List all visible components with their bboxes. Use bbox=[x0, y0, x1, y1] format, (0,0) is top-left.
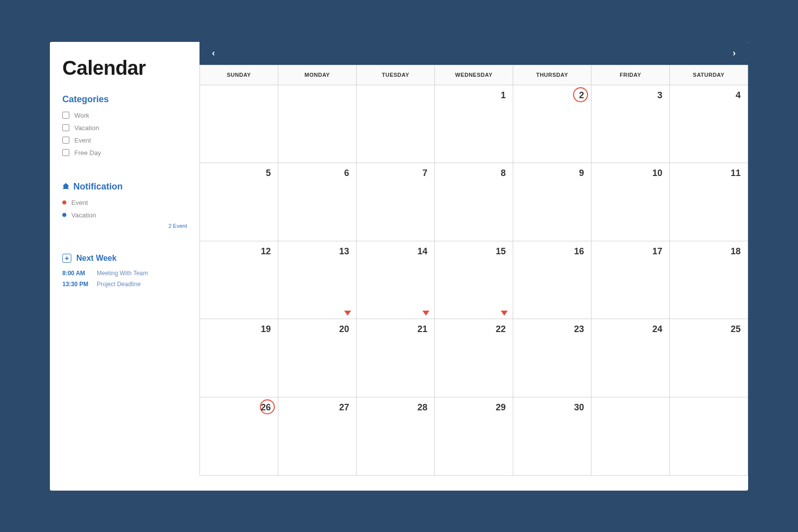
prev-month-button[interactable]: ‹ bbox=[206, 46, 220, 60]
date-number: 6 bbox=[344, 168, 349, 178]
date-number: 21 bbox=[417, 324, 427, 335]
calendar-cell[interactable]: 16 bbox=[513, 241, 592, 320]
date-number: 12 bbox=[261, 246, 271, 257]
day-header: MONDAY bbox=[278, 65, 357, 85]
day-header: SATURDAY bbox=[670, 65, 748, 85]
calendar-cell[interactable]: 2 bbox=[513, 85, 592, 164]
date-number: 14 bbox=[417, 246, 427, 257]
category-item[interactable]: Work bbox=[62, 112, 187, 119]
calendar-cell[interactable]: 12 bbox=[200, 241, 278, 320]
date-number: 17 bbox=[652, 246, 662, 257]
checkbox-icon[interactable] bbox=[62, 124, 69, 131]
date-number: 2 bbox=[579, 90, 584, 101]
checkbox-icon[interactable] bbox=[62, 112, 69, 119]
date-number: 16 bbox=[574, 246, 584, 257]
notification-item[interactable]: Vacation bbox=[62, 211, 187, 219]
date-number: 7 bbox=[422, 168, 427, 178]
calendar-cell[interactable] bbox=[592, 397, 670, 476]
calendar-cell[interactable]: 8 bbox=[435, 163, 513, 241]
date-number: 28 bbox=[417, 402, 427, 413]
calendar-cell[interactable]: 26 bbox=[200, 397, 278, 476]
calendar-cell[interactable]: 13 bbox=[278, 241, 357, 320]
calendar-cell[interactable]: 5 bbox=[200, 163, 278, 241]
category-item[interactable]: Event bbox=[62, 137, 187, 144]
calendar-cell[interactable]: 28 bbox=[357, 397, 435, 476]
calendar-cell[interactable]: 25 bbox=[670, 319, 748, 397]
calendar-cell[interactable]: 21 bbox=[357, 319, 435, 397]
category-label: Free Day bbox=[74, 149, 101, 157]
next-week-item[interactable]: 8:00 AMMeeting With Team bbox=[62, 270, 187, 277]
day-header: FRIDAY bbox=[592, 65, 670, 85]
notification-heading: Notification bbox=[62, 181, 187, 192]
checkbox-icon[interactable] bbox=[62, 149, 69, 156]
date-number: 18 bbox=[731, 246, 741, 257]
calendar-cell[interactable]: 17 bbox=[592, 241, 670, 320]
calendar-cell[interactable]: 11 bbox=[670, 163, 748, 241]
dot-icon bbox=[62, 200, 66, 204]
day-header: THURSDAY bbox=[513, 65, 592, 85]
app-title: Calendar bbox=[62, 57, 187, 79]
checkbox-icon[interactable] bbox=[62, 137, 69, 144]
calendar-cell[interactable]: 20 bbox=[278, 319, 357, 397]
calendar-cell[interactable]: 19 bbox=[200, 319, 278, 397]
next-week-label: Next Week bbox=[76, 254, 117, 263]
calendar-cell[interactable]: 4 bbox=[670, 85, 748, 164]
month-navbar: ‹ › bbox=[200, 42, 748, 65]
event-time: 13:30 PM bbox=[62, 281, 90, 288]
date-number: 15 bbox=[496, 246, 506, 257]
flag-marker-icon bbox=[422, 311, 429, 316]
date-number: 25 bbox=[731, 324, 741, 335]
calendar-cell[interactable]: 3 bbox=[592, 85, 670, 164]
next-week-item[interactable]: 13:30 PMProject Deadline bbox=[62, 281, 187, 288]
add-event-button[interactable]: + bbox=[62, 254, 71, 263]
calendar-cell[interactable]: 29 bbox=[435, 397, 513, 476]
notification-panel: Notification EventVacation 2 Event bbox=[62, 181, 187, 239]
calendar-cell[interactable]: 22 bbox=[435, 319, 513, 397]
calendar-cell[interactable]: 15 bbox=[435, 241, 513, 320]
categories-panel: Categories WorkVacationEventFree Day bbox=[62, 94, 187, 167]
next-week-heading: + Next Week bbox=[62, 254, 187, 263]
date-number: 20 bbox=[339, 324, 349, 335]
calendar-cell[interactable] bbox=[200, 85, 278, 164]
date-number: 22 bbox=[496, 324, 506, 335]
calendar-cell[interactable]: 9 bbox=[513, 163, 592, 241]
date-number: 8 bbox=[501, 168, 506, 178]
next-month-button[interactable]: › bbox=[727, 46, 741, 60]
notification-label: Event bbox=[71, 199, 88, 206]
calendar-cell[interactable]: 23 bbox=[513, 319, 592, 397]
notification-item[interactable]: Event bbox=[62, 199, 187, 206]
date-number: 27 bbox=[339, 402, 349, 413]
calendar-cell[interactable]: 24 bbox=[592, 319, 670, 397]
calendar-cell[interactable]: 14 bbox=[357, 241, 435, 320]
calendar-cell[interactable]: 27 bbox=[278, 397, 357, 476]
calendar-cell[interactable]: 1 bbox=[435, 85, 513, 164]
calendar-main: ‹ › SUNDAYMONDAYTUESDAYWEDNESDAYTHURSDAY… bbox=[200, 42, 748, 491]
calendar-cell[interactable] bbox=[670, 397, 748, 476]
sidebar: Calendar Categories WorkVacationEventFre… bbox=[50, 42, 200, 491]
calendar-cell[interactable]: 6 bbox=[278, 163, 357, 241]
calendar-app: Calendar Categories WorkVacationEventFre… bbox=[50, 42, 748, 491]
calendar-cell[interactable] bbox=[357, 85, 435, 164]
calendar-cell[interactable]: 7 bbox=[357, 163, 435, 241]
dot-icon bbox=[62, 213, 66, 217]
category-label: Vacation bbox=[74, 124, 99, 132]
day-header: SUNDAY bbox=[200, 65, 278, 85]
date-number: 5 bbox=[266, 168, 271, 178]
date-number: 23 bbox=[574, 324, 584, 335]
date-number: 24 bbox=[652, 324, 662, 335]
notification-label: Vacation bbox=[71, 211, 96, 219]
day-header: TUESDAY bbox=[357, 65, 435, 85]
date-number: 13 bbox=[339, 246, 349, 257]
category-item[interactable]: Free Day bbox=[62, 149, 187, 157]
date-number: 3 bbox=[657, 90, 662, 101]
calendar-cell[interactable]: 30 bbox=[513, 397, 592, 476]
event-label: Project Deadline bbox=[97, 281, 141, 288]
category-item[interactable]: Vacation bbox=[62, 124, 187, 132]
calendar-cell[interactable]: 18 bbox=[670, 241, 748, 320]
calendar-cell[interactable] bbox=[278, 85, 357, 164]
next-week-panel: + Next Week 8:00 AMMeeting With Team13:3… bbox=[62, 254, 187, 302]
date-number: 1 bbox=[501, 90, 506, 101]
calendar-cell[interactable]: 10 bbox=[592, 163, 670, 241]
flag-marker-icon bbox=[344, 311, 351, 316]
event-time: 8:00 AM bbox=[62, 270, 90, 277]
